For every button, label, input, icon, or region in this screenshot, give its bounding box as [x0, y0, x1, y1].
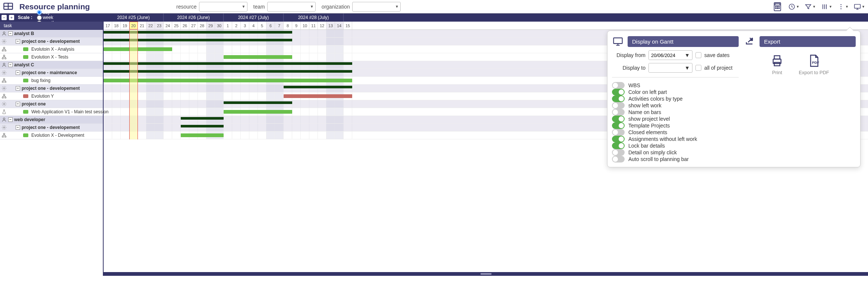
tree-row-project[interactable]: −project one - developement — [0, 124, 103, 132]
more-vertical-icon[interactable]: ▼ — [837, 1, 849, 12]
filter-combo-resource[interactable]: ▼ — [199, 2, 247, 12]
print-button[interactable]: Print — [770, 54, 784, 75]
svg-rect-18 — [5, 50, 6, 51]
all-project-checkbox[interactable] — [695, 65, 701, 71]
tree-label: project one - developement — [22, 39, 103, 44]
monitor-icon[interactable]: ▼ — [854, 1, 865, 12]
toggle-label: Activities colors by type — [628, 96, 683, 102]
gantt-bar-green[interactable] — [224, 55, 292, 59]
gantt-bar-summary[interactable] — [104, 62, 352, 65]
toggle-switch[interactable] — [612, 156, 625, 162]
gantt-bar-summary[interactable] — [224, 101, 292, 104]
tree-row-group[interactable]: −web developer — [0, 116, 103, 124]
columns-icon[interactable]: ▼ — [821, 1, 832, 12]
toggle-switch[interactable] — [612, 122, 625, 129]
filter-label: team — [253, 4, 265, 10]
weeks-row: 2024 #25 (June)2024 #26 (June)2024 #27 (… — [104, 13, 868, 22]
day-header: 24 — [164, 22, 172, 29]
tree-row-project[interactable]: −project one — [0, 100, 103, 108]
scale-option-day[interactable]: day — [37, 10, 55, 15]
svg-rect-26 — [5, 81, 6, 82]
gantt-bar-summary[interactable] — [181, 117, 224, 120]
toggle-switch[interactable] — [612, 109, 625, 116]
toggle-switch[interactable] — [612, 149, 625, 156]
gantt-bar-summary[interactable] — [181, 125, 224, 127]
filter-icon[interactable]: ▼ — [805, 1, 816, 12]
expander[interactable]: − — [16, 125, 20, 130]
tree-row-task[interactable]: bug fixing — [0, 77, 103, 85]
tree-label: project one - developement — [22, 125, 103, 130]
svg-point-15 — [3, 41, 5, 42]
flask-icon — [0, 109, 8, 114]
toggle-switch[interactable] — [612, 89, 625, 95]
user-icon — [0, 31, 8, 36]
display-from-input[interactable] — [649, 51, 682, 60]
day-header: 27 — [189, 22, 198, 29]
gantt-bar-summary[interactable] — [104, 39, 292, 41]
gantt-bar-green[interactable] — [104, 47, 172, 51]
tree-row-group[interactable]: −analyst C — [0, 61, 103, 69]
display-settings-popover: Display on Gantt Display from ▼ save dat… — [607, 31, 861, 167]
expand-all-button[interactable]: + — [9, 15, 14, 20]
toggle-label: Detail on simply click — [628, 149, 677, 155]
day-header: 3 — [241, 22, 249, 29]
tree-row-task[interactable]: Evolution X - Tests — [0, 53, 103, 61]
expander[interactable]: − — [8, 31, 13, 36]
toggle-switch[interactable] — [612, 129, 625, 136]
day-header: 18 — [112, 22, 121, 29]
tree-row-group[interactable]: −analyst B — [0, 30, 103, 38]
svg-point-10 — [840, 4, 842, 5]
monitor-icon — [612, 35, 624, 47]
tree-row-task[interactable]: Web Application V1 - Main test session — [0, 108, 103, 116]
toggle-switch[interactable] — [612, 82, 625, 89]
display-from-caret[interactable]: ▼ — [682, 52, 692, 58]
user-icon — [0, 62, 8, 67]
task-color-swatch — [23, 47, 28, 51]
gantt-bar-summary[interactable] — [284, 86, 352, 88]
splitter-handle[interactable] — [104, 272, 868, 276]
toggle-row: Name on bars — [612, 109, 739, 116]
expander[interactable]: − — [16, 86, 20, 91]
tree-row-project[interactable]: −project one - developement — [0, 38, 103, 45]
toggle-label: Template Projects — [628, 123, 670, 129]
tree-row-task[interactable]: Evolution X - Development — [0, 132, 103, 139]
scale-option-week[interactable]: week — [37, 15, 55, 20]
filter-combo-organization[interactable]: ▼ — [352, 2, 401, 12]
toggle-switch[interactable] — [612, 95, 625, 102]
toggle-switch[interactable] — [612, 116, 625, 122]
expander[interactable]: − — [16, 70, 20, 75]
week-header: 2024 #25 (June) — [104, 13, 164, 22]
gantt-bar-summary[interactable] — [104, 31, 292, 34]
gantt-bar-red[interactable] — [284, 94, 352, 98]
day-header: 22 — [146, 22, 155, 29]
calculator-icon[interactable] — [772, 1, 783, 12]
svg-point-4 — [777, 6, 778, 7]
gantt-bar-green[interactable] — [181, 133, 224, 137]
display-to-caret[interactable]: ▼ — [682, 65, 692, 71]
expander[interactable]: − — [16, 39, 20, 44]
export-pdf-button[interactable]: PDF Export to PDF — [799, 54, 829, 75]
day-header: 26 — [181, 22, 189, 29]
tree-row-task[interactable]: Evolution Y — [0, 92, 103, 100]
expander[interactable]: − — [8, 63, 13, 67]
tree-row-task[interactable]: Evolutoin X - Analysis — [0, 45, 103, 53]
expander[interactable]: − — [8, 117, 13, 122]
tree-row-project[interactable]: −project one - developement — [0, 85, 103, 92]
clock-icon[interactable]: ▼ — [788, 1, 799, 12]
toggle-label: Color on left part — [628, 89, 667, 95]
toggle-switch[interactable] — [612, 142, 625, 149]
toggle-switch[interactable] — [612, 102, 625, 109]
task-color-swatch — [23, 94, 28, 98]
gantt-bar-summary[interactable] — [104, 70, 352, 73]
gantt-bar-green[interactable] — [104, 79, 352, 82]
svg-point-31 — [3, 103, 5, 105]
collapse-all-button[interactable]: − — [1, 15, 7, 20]
expander[interactable]: − — [16, 102, 20, 106]
save-dates-checkbox[interactable] — [695, 52, 701, 58]
toggle-switch[interactable] — [612, 136, 625, 142]
gantt-bar-green[interactable] — [224, 110, 292, 114]
filter-combo-team[interactable]: ▼ — [267, 2, 316, 12]
display-to-input[interactable] — [649, 63, 682, 72]
timeline-header: 2024 #25 (June)2024 #26 (June)2024 #27 (… — [104, 13, 868, 30]
tree-row-project[interactable]: −project one - maintenance — [0, 69, 103, 77]
